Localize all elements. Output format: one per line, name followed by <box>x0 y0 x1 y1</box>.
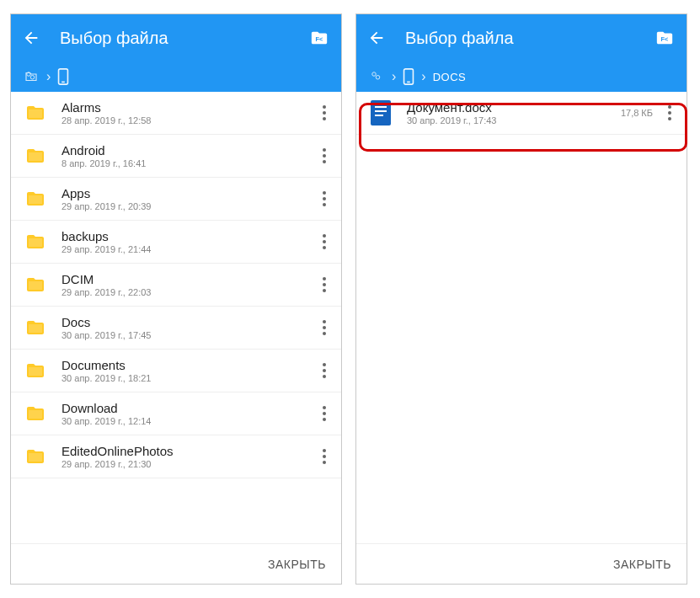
item-date: 29 апр. 2019 г., 21:44 <box>61 244 314 254</box>
folder-icon <box>23 360 48 381</box>
item-date: 30 апр. 2019 г., 17:45 <box>61 330 314 340</box>
item-date: 29 апр. 2019 г., 20:39 <box>61 201 314 211</box>
footer: ЗАКРЫТЬ <box>11 543 341 584</box>
breadcrumb-phone-icon[interactable] <box>57 68 69 85</box>
svg-text:F<: F< <box>661 35 669 43</box>
more-icon[interactable] <box>314 234 334 249</box>
document-icon <box>370 100 392 125</box>
svg-rect-11 <box>375 106 387 108</box>
svg-text:F<: F< <box>316 35 323 43</box>
item-name: Download <box>61 401 314 415</box>
item-size: 17,8 КБ <box>621 108 653 118</box>
folder-icon <box>23 232 48 252</box>
svg-rect-13 <box>375 115 383 116</box>
folder-icon <box>23 146 48 166</box>
folder-icon <box>23 103 48 123</box>
folder-icon <box>23 403 48 424</box>
list-item[interactable]: backups29 апр. 2019 г., 21:44 <box>11 221 341 264</box>
item-name: backups <box>61 229 314 243</box>
item-name: DCIM <box>61 272 314 286</box>
list-item[interactable]: Документ.docx30 апр. 2019 г., 17:43 17,8… <box>356 92 687 135</box>
list-item[interactable]: Docs30 апр. 2019 г., 17:45 <box>11 307 341 350</box>
breadcrumb-folder[interactable]: DOCS <box>433 71 467 83</box>
more-icon[interactable] <box>660 105 680 120</box>
item-date: 29 апр. 2019 г., 21:30 <box>61 459 314 469</box>
item-name: Documents <box>61 358 314 372</box>
header: Выбор файла F< <box>11 14 341 61</box>
list-item[interactable]: Apps29 апр. 2019 г., 20:39 <box>11 178 341 221</box>
file-list: Alarms28 апр. 2019 г., 12:58 Android8 ап… <box>11 92 341 543</box>
item-date: 30 апр. 2019 г., 12:14 <box>61 416 314 426</box>
close-button[interactable]: ЗАКРЫТЬ <box>613 558 671 571</box>
chevron-right-icon: › <box>392 69 396 84</box>
file-picker-screen-docs: Выбор файла F< › › DOCS Документ.docx30 … <box>355 13 687 585</box>
more-icon[interactable] <box>314 320 334 335</box>
list-item[interactable]: Android8 апр. 2019 г., 16:41 <box>11 135 341 178</box>
back-icon[interactable] <box>21 28 41 48</box>
new-folder-icon[interactable]: F< <box>307 28 331 48</box>
more-icon[interactable] <box>314 277 334 292</box>
chevron-right-icon: › <box>421 69 425 84</box>
item-name: EditedOnlinePhotos <box>61 444 314 458</box>
svg-point-2 <box>30 76 35 80</box>
new-folder-icon[interactable]: F< <box>653 28 676 48</box>
item-date: 8 апр. 2019 г., 16:41 <box>61 158 314 168</box>
more-icon[interactable] <box>314 148 334 163</box>
item-name: Android <box>61 143 314 158</box>
svg-rect-10 <box>371 100 391 125</box>
folder-icon <box>23 318 48 338</box>
file-list: Документ.docx30 апр. 2019 г., 17:43 17,8… <box>356 92 687 543</box>
breadcrumb-root-icon[interactable] <box>23 69 40 84</box>
page-title: Выбор файла <box>405 29 634 48</box>
footer: ЗАКРЫТЬ <box>356 543 687 584</box>
svg-point-7 <box>376 76 380 80</box>
list-item[interactable]: Documents30 апр. 2019 г., 18:21 <box>11 350 341 392</box>
svg-point-6 <box>372 72 377 77</box>
svg-rect-12 <box>375 110 387 112</box>
more-icon[interactable] <box>314 105 334 120</box>
folder-icon <box>23 446 48 467</box>
breadcrumb: › <box>11 61 341 92</box>
breadcrumb: › › DOCS <box>356 61 687 92</box>
item-name: Docs <box>61 315 314 329</box>
header: Выбор файла F< <box>356 14 687 61</box>
folder-icon <box>23 189 48 209</box>
item-date: 30 апр. 2019 г., 18:21 <box>61 373 314 383</box>
list-item[interactable]: Alarms28 апр. 2019 г., 12:58 <box>11 92 341 135</box>
more-icon[interactable] <box>314 406 334 421</box>
item-date: 28 апр. 2019 г., 12:58 <box>61 115 314 125</box>
breadcrumb-root-icon[interactable] <box>368 69 385 84</box>
back-icon[interactable] <box>366 28 387 48</box>
page-title: Выбор файла <box>60 29 289 48</box>
more-icon[interactable] <box>314 191 334 206</box>
item-name: Alarms <box>61 100 314 115</box>
list-item[interactable]: DCIM29 апр. 2019 г., 22:03 <box>11 264 341 307</box>
item-name: Apps <box>61 186 314 200</box>
breadcrumb-phone-icon[interactable] <box>403 68 414 85</box>
close-button[interactable]: ЗАКРЫТЬ <box>268 558 326 571</box>
more-icon[interactable] <box>314 449 334 464</box>
chevron-right-icon: › <box>46 69 51 84</box>
file-picker-screen-root: Выбор файла F< › Alarms28 апр. 2019 г., … <box>10 13 342 585</box>
folder-icon <box>23 275 48 295</box>
list-item[interactable]: EditedOnlinePhotos29 апр. 2019 г., 21:30 <box>11 435 341 478</box>
item-name: Документ.docx <box>407 100 621 115</box>
more-icon[interactable] <box>314 363 334 378</box>
item-date: 29 апр. 2019 г., 22:03 <box>61 287 314 297</box>
list-item[interactable]: Download30 апр. 2019 г., 12:14 <box>11 392 341 435</box>
item-date: 30 апр. 2019 г., 17:43 <box>407 115 621 125</box>
